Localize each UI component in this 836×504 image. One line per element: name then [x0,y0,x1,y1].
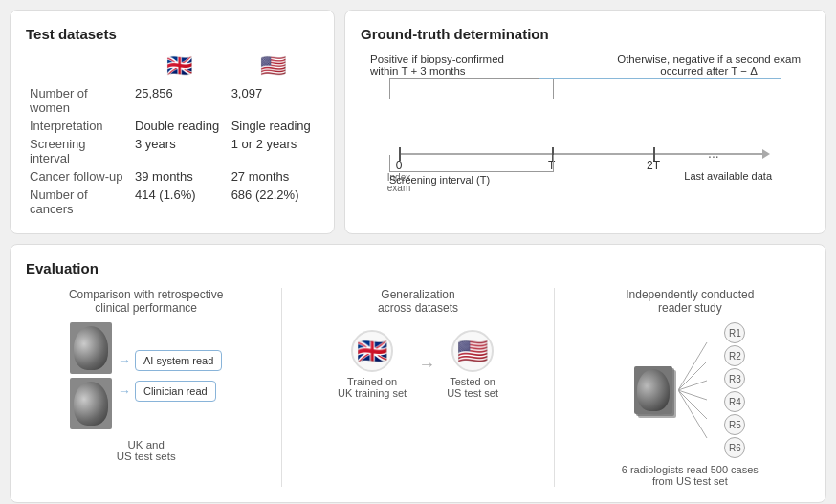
mammogram-stack [70,322,112,429]
clinician-flow: → Clinician read [118,381,216,402]
screening-label: Screening interval (T) [389,174,490,186]
ground-truth-card: Ground-truth determination Positive if b… [344,10,826,234]
row-us-value: 686 (22.2%) [228,186,319,218]
r2-circle: R2 [724,345,745,366]
comparison-inner: → AI system read → Clinician read UK and… [70,322,222,462]
mammo-img-bottom [70,378,112,429]
evaluation-title: Evaluation [26,260,810,276]
test-datasets-title: Test datasets [26,26,319,42]
eval-sections: Comparison with retrospective clinical p… [26,288,810,487]
test-datasets-card: Test datasets 🇬🇧 🇺🇸 Number of wo [10,10,335,234]
divider-2 [554,288,555,487]
tested-group: 🇺🇸 Tested on US test set [447,330,498,399]
col-label [26,54,131,84]
r4-circle: R4 [724,391,745,412]
mammo-stack-right [634,366,672,414]
row-uk-value: 25,856 [131,84,228,117]
row-label: Number of cancers [26,186,131,218]
table-row: Number of women 25,856 3,097 [26,84,319,117]
evaluation-card: Evaluation Comparison with retrospective… [10,244,826,503]
row-label: Cancer follow-up [26,167,131,186]
ai-flow: → AI system read [118,350,222,371]
negative-label: Otherwise, negative if a second exam occ… [617,54,801,77]
positive-brace [389,78,554,99]
bottom-row: Evaluation Comparison with retrospective… [10,244,826,503]
mammo-img-top [70,322,112,374]
generalization-title: Generalization across datasets [378,288,458,315]
col-us: 🇺🇸 [228,54,319,84]
clinician-box: Clinician read [135,381,216,402]
row-us-value: 3,097 [228,84,319,117]
comparison-title: Comparison with retrospective clinical p… [69,288,223,315]
row-label: Screening interval [26,135,131,167]
uk-flag-icon: 🇬🇧 [131,54,228,78]
table-row: Cancer follow-up 39 months 27 months [26,167,319,186]
trained-group: 🇬🇧 Trained on UK training set [338,330,407,399]
trained-label: Trained on UK training set [338,376,407,399]
reader-study-footer: 6 radiologists read 500 cases from US te… [622,464,759,487]
positive-label: Positive if biopsy-confirmed within T + … [370,54,504,77]
row-uk-value: 39 months [131,167,228,186]
generalization-arrow-icon: → [418,355,435,375]
clinician-arrow-icon: → [118,383,131,399]
braces-container [389,78,781,105]
reader-study-title: Independently conducted reader study [626,288,754,315]
table-row: Screening interval 3 years 1 or 2 years [26,135,319,167]
comparison-section: Comparison with retrospective clinical p… [26,288,266,487]
comparison-row: → AI system read → Clinician read [70,322,222,429]
lines-container: R1 R2 R3 R4 R5 R6 [678,322,745,458]
top-row: Test datasets 🇬🇧 🇺🇸 Number of wo [10,10,826,234]
row-uk-value: Double reading [131,117,228,135]
mammo-main [634,366,672,414]
table-row: Interpretation Double reading Single rea… [26,117,319,135]
generalization-inner: 🇬🇧 Trained on UK training set → 🇺🇸 Teste… [338,330,498,399]
us-flag-circle: 🇺🇸 [451,330,494,372]
row-us-value: 1 or 2 years [228,135,319,167]
screening-brace [389,155,554,172]
divider-1 [281,288,282,487]
us-flag-icon: 🇺🇸 [228,54,319,78]
timeline-wrapper: Positive if biopsy-confirmed within T + … [370,54,801,193]
uk-flag-circle: 🇬🇧 [351,330,393,372]
ai-arrow-icon: → [118,353,131,368]
ground-truth-title: Ground-truth determination [361,26,810,42]
row-us-value: 27 months [228,167,319,186]
ai-box: AI system read [135,350,222,371]
tested-label: Tested on US test set [447,376,498,399]
comparison-footer: UK and US test sets [117,439,176,462]
row-uk-value: 3 years [131,135,228,167]
reader-study-inner: R1 R2 R3 R4 R5 R6 [634,322,745,458]
col-uk: 🇬🇧 [131,54,228,84]
table-row: Number of cancers 414 (1.6%) 686 (22.2%) [26,186,319,218]
r3-circle: R3 [724,368,745,389]
negative-brace [539,78,781,99]
r1-circle: R1 [724,322,745,343]
page-container: Test datasets 🇬🇧 🇺🇸 Number of wo [10,10,826,503]
generalization-section: Generalization across datasets 🇬🇧 Traine… [297,288,538,487]
row-label: Number of women [26,84,131,117]
r5-circle: R5 [724,414,745,435]
row-label: Interpretation [26,117,131,135]
radiologist-circles: R1 R2 R3 R4 R5 R6 [724,322,745,458]
reader-lines-svg [678,333,716,448]
flow-boxes: → AI system read → Clinician read [118,350,222,402]
row-us-value: Single reading [228,117,319,135]
row-uk-value: 414 (1.6%) [131,186,228,218]
reader-study-section: Independently conducted reader study [570,288,810,487]
screening-brace-container: Screening interval (T) [389,155,781,193]
dataset-table: 🇬🇧 🇺🇸 Number of women 25,856 3,097 Inter… [26,54,319,218]
r6-circle: R6 [724,437,745,458]
